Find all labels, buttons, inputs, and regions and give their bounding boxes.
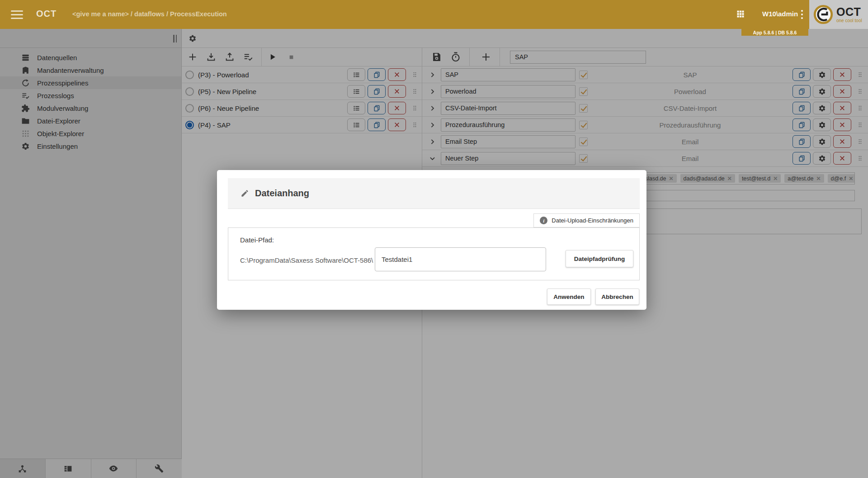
top-bar: OCT <give me a name> / dataflows / Proce…: [0, 0, 868, 29]
version-badge: App 5.8.6 | DB 5.8.6: [741, 29, 808, 36]
logo-title: OCT: [836, 6, 862, 18]
user-menu[interactable]: W10\admin: [762, 10, 798, 18]
file-path-group: Datei-Pfad: C:\ProgramData\Saxess Softwa…: [228, 227, 640, 280]
kebab-menu-icon[interactable]: [801, 10, 803, 21]
dialog-header: Dateianhang: [228, 178, 640, 209]
dialog-title: Dateianhang: [255, 188, 309, 199]
apply-button[interactable]: Anwenden: [547, 289, 591, 305]
apps-grid-icon[interactable]: [736, 9, 745, 19]
upload-restrictions-info[interactable]: i Datei-Upload-Einschränkungen: [533, 213, 640, 227]
logo-area: OCT one cool tool: [809, 0, 868, 29]
pencil-icon: [241, 189, 249, 198]
file-attachment-dialog: Dateianhang i Datei-Upload-Einschränkung…: [217, 170, 646, 310]
app-brand: OCT: [36, 9, 57, 19]
path-prefix: C:\ProgramData\Saxess Software\OCT-586\: [240, 256, 373, 264]
oct-logo-icon: [813, 4, 834, 25]
file-name-input[interactable]: [375, 247, 546, 271]
hamburger-menu-icon[interactable]: [11, 10, 23, 19]
breadcrumb: <give me a name> / dataflows / ProcessEx…: [72, 10, 227, 18]
verify-path-button[interactable]: Dateipfadprüfung: [566, 250, 633, 267]
cancel-button[interactable]: Abbrechen: [595, 289, 639, 305]
app-root: OCT <give me a name> / dataflows / Proce…: [0, 0, 868, 478]
logo-tagline: one cool tool: [836, 19, 862, 23]
info-label: Datei-Upload-Einschränkungen: [552, 217, 633, 224]
info-icon: i: [540, 217, 547, 224]
path-label: Datei-Pfad:: [240, 236, 274, 244]
